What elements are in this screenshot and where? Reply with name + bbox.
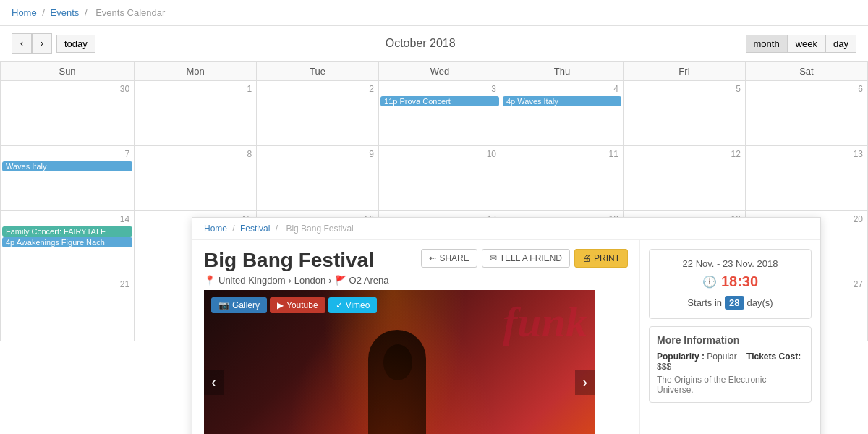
event-country: United Kingdom — [218, 275, 286, 286]
event-date-range: 22 Nov. - 23 Nov. 2018 — [658, 258, 802, 269]
event-time: 🕕 18:30 — [658, 273, 802, 290]
breadcrumb-events[interactable]: Events — [51, 7, 80, 18]
calendar-cell: 12 — [623, 146, 745, 211]
col-thu: Thu — [501, 62, 624, 81]
event-venue: O2 Arena — [349, 275, 389, 286]
gallery-icon: 📷 — [218, 300, 229, 310]
calendar-cell: 8 — [135, 146, 257, 211]
event-prova-concert[interactable]: 11p Prova Concert — [380, 96, 499, 106]
calendar-cell: 13 — [745, 146, 867, 211]
vimeo-tab[interactable]: ✓ Vimeo — [328, 297, 378, 313]
overlay-main-content: Big Bang Festival 📍 United Kingdom › Lon… — [192, 240, 639, 434]
week-view-button[interactable]: week — [788, 35, 825, 53]
print-button[interactable]: 🖨 PRINT — [574, 249, 628, 268]
calendar-title: October 2018 — [95, 37, 746, 50]
popularity-info: Popularity : Popular Tickets Cost: $$$ — [657, 352, 804, 372]
month-view-button[interactable]: month — [746, 35, 788, 53]
action-buttons: ⇠ SHARE ✉ TELL A FRIEND 🖨 PRINT — [421, 249, 628, 268]
event-detail-overlay: Home / Festival / Big Bang Festival Big … — [192, 217, 821, 434]
event-family-concert[interactable]: Family Concert: FAIRYTALE — [2, 226, 132, 237]
calendar-topbar: ‹ › today October 2018 month week day — [0, 26, 868, 61]
col-mon: Mon — [135, 62, 257, 81]
more-info-title: More Information — [657, 334, 804, 346]
days-badge: 28 — [725, 296, 744, 310]
youtube-icon: ▶ — [277, 300, 284, 310]
overlay-body: Big Bang Festival 📍 United Kingdom › Lon… — [192, 240, 820, 434]
event-city: London — [294, 275, 326, 286]
youtube-tab[interactable]: ▶ Youtube — [270, 297, 326, 313]
calendar-cell: 2 — [257, 81, 379, 146]
event-image-area: funk 📷 Gallery ▶ — [204, 290, 595, 434]
event-description: The Origins of the Electronic Universe. — [657, 375, 804, 395]
col-fri: Fri — [623, 62, 745, 81]
day-view-button[interactable]: day — [825, 35, 856, 53]
table-row: 30 1 2 3 11p Prova Concert 4 4p — [1, 81, 868, 146]
calendar-cell: 7 Waves Italy — [1, 146, 135, 211]
breadcrumb-home[interactable]: Home — [12, 7, 37, 18]
image-next-button[interactable]: › — [575, 370, 595, 395]
print-icon: 🖨 — [582, 253, 591, 263]
breadcrumb-current: Events Calendar — [95, 7, 165, 18]
mail-icon: ✉ — [490, 253, 497, 263]
col-tue: Tue — [257, 62, 379, 81]
overlay-title-area: Big Bang Festival 📍 United Kingdom › Lon… — [192, 240, 639, 290]
overlay-sidebar: 22 Nov. - 23 Nov. 2018 🕕 18:30 Starts in… — [639, 240, 820, 434]
event-waves-italy-thu[interactable]: 4p Waves Italy — [503, 96, 621, 106]
event-location: 📍 United Kingdom › London › 🚩 O2 Arena — [204, 275, 628, 286]
calendar-cell: 21 — [1, 276, 135, 341]
calendar-cell: 10 — [379, 146, 501, 211]
calendar-cell: 14 Family Concert: FAIRYTALE 4p Awakenin… — [1, 211, 135, 276]
share-icon: ⇠ — [429, 253, 436, 263]
date-info-box: 22 Nov. - 23 Nov. 2018 🕕 18:30 Starts in… — [649, 249, 812, 319]
location-icon: 📍 — [204, 275, 216, 286]
media-tabs: 📷 Gallery ▶ Youtube ✓ Vimeo — [211, 297, 377, 313]
table-row: 7 Waves Italy 8 9 10 11 12 13 — [1, 146, 868, 211]
calendar-cell: 9 — [257, 146, 379, 211]
venue-icon: 🚩 — [335, 275, 346, 286]
calendar-cell: 1 — [135, 81, 257, 146]
calendar-cell: 3 11p Prova Concert — [379, 81, 501, 146]
event-awakenings[interactable]: 4p Awakenings Figure Nach — [2, 237, 132, 247]
clock-icon: 🕕 — [702, 275, 717, 289]
gallery-tab[interactable]: 📷 Gallery — [211, 297, 267, 313]
calendar-cell: 30 — [1, 81, 135, 146]
image-prev-button[interactable]: ‹ — [204, 370, 224, 395]
breadcrumb: Home / Events / Events Calendar — [0, 0, 868, 26]
vimeo-icon: ✓ — [336, 300, 343, 310]
view-buttons: month week day — [746, 35, 856, 53]
calendar-cell: 6 — [745, 81, 867, 146]
more-info-box: More Information Popularity : Popular Ti… — [649, 326, 812, 403]
overlay-breadcrumb-festival[interactable]: Festival — [240, 224, 270, 234]
overlay-breadcrumb-home[interactable]: Home — [204, 224, 227, 234]
overlay-breadcrumb: Home / Festival / Big Bang Festival — [192, 218, 820, 240]
calendar-cell: 11 — [501, 146, 624, 211]
today-button[interactable]: today — [56, 35, 95, 53]
prev-button[interactable]: ‹ — [12, 33, 32, 54]
col-wed: Wed — [379, 62, 501, 81]
col-sun: Sun — [1, 62, 135, 81]
share-button[interactable]: ⇠ SHARE — [421, 249, 477, 268]
calendar-cell: 4 4p Waves Italy — [501, 81, 624, 146]
calendar-cell: 5 — [623, 81, 745, 146]
neon-bg-text: funk — [503, 297, 587, 347]
event-waves-italy-sun[interactable]: Waves Italy — [2, 161, 132, 171]
tell-friend-button[interactable]: ✉ TELL A FRIEND — [482, 249, 570, 268]
overlay-breadcrumb-current: Big Bang Festival — [286, 224, 353, 234]
starts-in-info: Starts in 28 day(s) — [658, 296, 802, 310]
col-sat: Sat — [745, 62, 867, 81]
next-button[interactable]: › — [32, 33, 52, 54]
